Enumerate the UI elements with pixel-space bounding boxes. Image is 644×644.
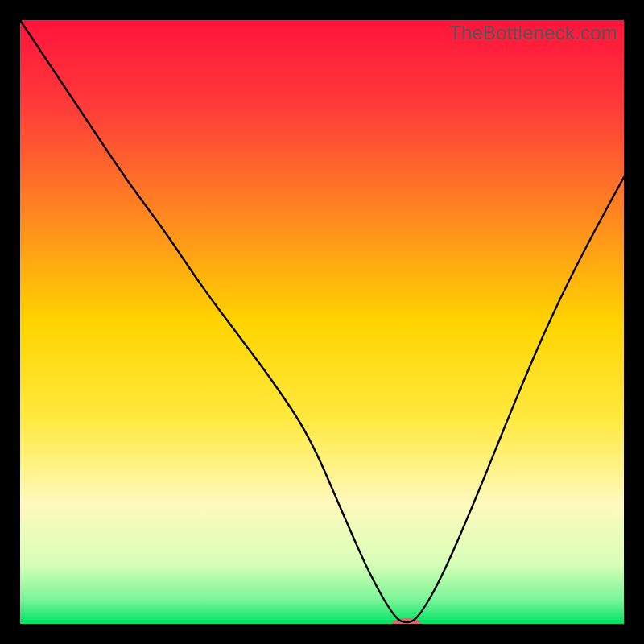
gradient-background	[20, 20, 624, 624]
chart-canvas	[20, 20, 624, 624]
chart-frame: TheBottleneck.com	[20, 20, 624, 624]
watermark-text: TheBottleneck.com	[449, 22, 617, 44]
